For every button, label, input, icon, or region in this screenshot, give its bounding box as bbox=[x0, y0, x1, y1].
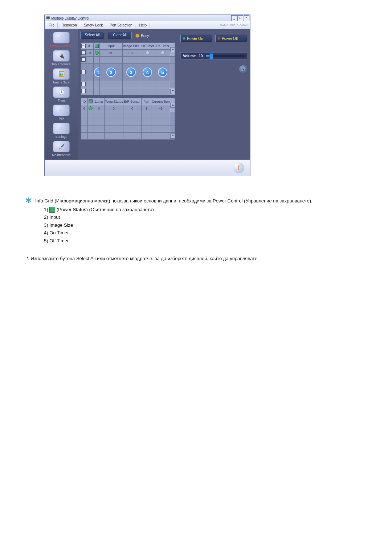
sidebar-item-input-source[interactable]: 🔌 Input Source bbox=[48, 50, 75, 66]
grid1-scroll-up[interactable]: ▲ bbox=[170, 47, 175, 52]
row-checkbox[interactable] bbox=[81, 89, 86, 93]
info-grid-2: ID Lamp Temp.Status B/R Sensor Fan Curre… bbox=[80, 98, 175, 140]
sidebar-item-time[interactable]: 🕓 Time bbox=[48, 86, 75, 102]
star-bullet-icon: ✱ bbox=[25, 197, 32, 245]
explanation-text: ✱ Info Grid (Информационна мрежа) показв… bbox=[25, 197, 367, 262]
explain-final: 2. Използвайте бутона Select All или отм… bbox=[25, 255, 367, 262]
col-check bbox=[81, 43, 86, 50]
ontimer-dot-icon bbox=[146, 51, 150, 55]
menu-safety-lock[interactable]: Safety Lock bbox=[81, 22, 106, 28]
volume-handle[interactable] bbox=[209, 53, 213, 59]
col-image-size: Image Size bbox=[122, 43, 140, 50]
close-button[interactable]: × bbox=[244, 15, 249, 21]
row-checkbox[interactable] bbox=[81, 50, 86, 55]
power-off-led-icon bbox=[218, 37, 220, 40]
menu-file[interactable]: File bbox=[46, 22, 58, 28]
col2-fan: Fan bbox=[142, 98, 151, 105]
volume-slider[interactable] bbox=[206, 55, 245, 57]
right-panel: Power On Power Off Volume 10 🔊 bbox=[177, 29, 250, 160]
window-title: Multiple Display Control bbox=[51, 16, 89, 20]
grid2-scroll-up[interactable]: ▲ bbox=[170, 103, 175, 108]
explain-item-5: 5) Off Timer bbox=[44, 237, 313, 245]
busy-label: Busy bbox=[141, 34, 149, 38]
settings-icon: ⚙ bbox=[53, 123, 70, 134]
callout-4: 4 bbox=[143, 67, 152, 77]
sidebar-item-power-control[interactable]: ⏻ Power Control bbox=[48, 32, 75, 48]
col2-lamp: Lamp bbox=[94, 98, 104, 105]
row-checkbox[interactable] bbox=[81, 82, 86, 86]
clear-all-button[interactable]: Clear All bbox=[108, 32, 132, 39]
col-id: ID bbox=[86, 43, 94, 50]
image-size-icon: 🖼️ bbox=[53, 68, 70, 80]
cell-input: PC bbox=[100, 50, 123, 57]
col2-id: ID bbox=[81, 98, 88, 105]
sidebar: ⏻ Power Control 🔌 Input Source 🖼️ Image … bbox=[45, 29, 78, 160]
table-row bbox=[81, 57, 175, 63]
table-row[interactable]: 0 PC 16:9 bbox=[81, 50, 175, 57]
select-all-button[interactable]: Select All bbox=[80, 32, 104, 39]
row-checkbox[interactable] bbox=[81, 57, 86, 62]
cell2-current-temp: 49 bbox=[151, 105, 170, 112]
header-checkbox[interactable] bbox=[81, 44, 86, 48]
menu-help[interactable]: Help bbox=[136, 22, 150, 28]
table-row bbox=[81, 81, 175, 88]
minimize-button[interactable]: _ bbox=[231, 15, 237, 21]
volume-panel: Volume 10 bbox=[180, 52, 247, 59]
power-off-label: Power Off bbox=[222, 37, 238, 41]
col2-br-sensor: B/R Sensor bbox=[123, 98, 141, 105]
col-power bbox=[94, 43, 100, 50]
volume-label: Volume bbox=[183, 54, 196, 58]
sidebar-item-settings[interactable]: ⚙ Settings bbox=[48, 123, 75, 139]
power-status-mini-icon bbox=[49, 207, 55, 213]
table-row[interactable]: 0 0 0 0 1 49 bbox=[81, 105, 175, 112]
cell-id: 0 bbox=[86, 50, 94, 57]
menu-port-selection[interactable]: Port Selection bbox=[107, 22, 135, 28]
power-off-button[interactable]: Power Off bbox=[215, 35, 247, 42]
cell-image-size: 16:9 bbox=[122, 50, 140, 57]
table-header-row: ID Lamp Temp.Status B/R Sensor Fan Curre… bbox=[81, 98, 175, 105]
maximize-button[interactable]: □ bbox=[237, 15, 243, 21]
explain-item-3: 3) Image Size bbox=[44, 222, 313, 229]
status-bar: ! bbox=[45, 160, 250, 176]
title-bar: 🖥️ Multiple Display Control _ □ × bbox=[45, 15, 250, 21]
sidebar-item-image-size[interactable]: 🖼️ Image Size bbox=[48, 68, 75, 84]
info-warning-icon[interactable]: ! bbox=[233, 163, 244, 173]
power-status-header-icon bbox=[95, 44, 99, 48]
brand-label: SAMSUNG DIGITall bbox=[220, 24, 249, 27]
speaker-icon[interactable]: 🔊 bbox=[239, 65, 247, 73]
table-row: ▼ bbox=[81, 133, 175, 140]
table-row bbox=[81, 112, 175, 119]
menu-bar: File Remocon Safety Lock Port Selection … bbox=[45, 21, 250, 29]
col-input: Input bbox=[100, 43, 123, 50]
sidebar-item-pip[interactable]: ◧ PIP bbox=[48, 104, 75, 120]
sidebar-item-maintenance[interactable]: 🖌️ Maintenance bbox=[48, 141, 75, 157]
explain-intro: Info Grid (Информационна мрежа) показва … bbox=[35, 198, 313, 204]
explain-item-1: 1) (Power Status) (Състояние на захранва… bbox=[44, 206, 313, 213]
col-on-timer: On Timer bbox=[140, 43, 155, 50]
explain-item-4: 4) On Timer bbox=[44, 229, 313, 237]
menu-remocon[interactable]: Remocon bbox=[58, 22, 80, 28]
volume-value: 10 bbox=[199, 54, 203, 58]
power-status-header-icon bbox=[89, 99, 93, 103]
col2-current-temp: Current Temp. bbox=[151, 98, 170, 105]
power-on-label: Power On bbox=[187, 37, 203, 41]
grid-toolbar: Select All Clear All Busy bbox=[80, 32, 175, 39]
callout-5: 5 bbox=[158, 67, 167, 77]
col2-power bbox=[87, 98, 94, 105]
offtimer-dot-icon bbox=[161, 51, 165, 55]
grid1-scroll-down[interactable]: ▼ bbox=[170, 89, 175, 94]
row-checkbox[interactable] bbox=[81, 70, 86, 74]
busy-indicator: Busy bbox=[135, 34, 149, 38]
cell2-br-sensor: 0 bbox=[123, 105, 141, 112]
cell2-id: 0 bbox=[81, 105, 88, 112]
power-status-dot-icon bbox=[95, 51, 99, 55]
cell2-lamp: 0 bbox=[94, 105, 104, 112]
col-off-timer: Off Timer bbox=[155, 43, 170, 50]
power-on-led-icon bbox=[183, 37, 185, 40]
power-on-button[interactable]: Power On bbox=[180, 35, 212, 42]
cell2-fan: 1 bbox=[142, 105, 151, 112]
app-window: 🖥️ Multiple Display Control _ □ × File R… bbox=[44, 15, 250, 176]
busy-dot-icon bbox=[135, 34, 139, 38]
grid2-scroll-down[interactable]: ▼ bbox=[170, 134, 175, 139]
col2-temp-status: Temp.Status bbox=[104, 98, 123, 105]
